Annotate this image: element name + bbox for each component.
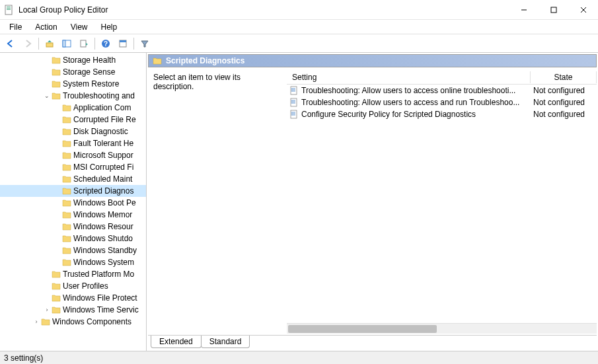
tree-node[interactable]: Scheduled Maint xyxy=(0,173,146,185)
svg-rect-9 xyxy=(46,43,53,47)
setting-name: Configure Security Policy for Scripted D… xyxy=(301,110,531,119)
horizontal-scrollbar[interactable] xyxy=(287,323,597,334)
toolbar-separator xyxy=(94,38,95,50)
setting-state: Not configured xyxy=(531,110,597,119)
setting-name: Troubleshooting: Allow users to access a… xyxy=(301,98,531,107)
menu-view[interactable]: View xyxy=(64,21,94,33)
tree-node[interactable]: Windows File Protect xyxy=(0,292,146,304)
statusbar: 3 setting(s) xyxy=(0,351,598,364)
tree-node[interactable]: Windows Shutdo xyxy=(0,233,146,244)
tree-node[interactable]: ›Windows Components xyxy=(0,316,146,328)
tree-node[interactable]: Storage Health xyxy=(0,54,146,66)
folder-icon xyxy=(52,270,61,278)
setting-row[interactable]: Troubleshooting: Allow users to access o… xyxy=(287,85,597,96)
tree-node-label: Windows Boot Pe xyxy=(73,198,136,207)
back-button[interactable] xyxy=(3,36,19,51)
tree-node[interactable]: Windows System xyxy=(0,256,146,268)
chevron-down-icon[interactable]: ⌄ xyxy=(42,92,52,99)
minimize-button[interactable] xyxy=(509,0,539,20)
content-area: Storage HealthStorage SenseSystem Restor… xyxy=(0,53,598,351)
folder-icon xyxy=(62,139,71,147)
filter-button[interactable] xyxy=(137,36,153,51)
svg-point-21 xyxy=(291,88,292,89)
svg-rect-4 xyxy=(7,9,11,10)
tree-node[interactable]: ›Windows Time Servic xyxy=(0,304,146,316)
tree-node-label: Corrupted File Re xyxy=(73,115,136,124)
tab-extended[interactable]: Extended xyxy=(151,336,202,348)
policy-setting-icon xyxy=(289,98,299,107)
settings-list: Setting State Troubleshooting: Allow use… xyxy=(287,70,597,334)
description-panel: Select an item to view its description. xyxy=(148,70,287,334)
tree-node[interactable]: Windows Resour xyxy=(0,221,146,233)
scrollbar-thumb[interactable] xyxy=(288,325,437,333)
toolbar: ? xyxy=(0,34,598,53)
properties-button[interactable] xyxy=(115,36,131,51)
column-header-setting[interactable]: Setting xyxy=(287,71,531,83)
tree-node-label: Microsoft Suppor xyxy=(73,151,133,160)
setting-state: Not configured xyxy=(531,98,597,107)
folder-icon xyxy=(52,56,61,64)
tree-node[interactable]: Trusted Platform Mo xyxy=(0,268,146,280)
window-title: Local Group Policy Editor xyxy=(19,5,509,15)
menu-help[interactable]: Help xyxy=(94,21,124,33)
tree-node[interactable]: Microsoft Suppor xyxy=(0,149,146,161)
svg-point-36 xyxy=(291,113,292,114)
tree-node[interactable]: System Restore xyxy=(0,78,146,90)
forward-button[interactable] xyxy=(20,36,36,51)
folder-icon xyxy=(41,318,50,326)
tree-node-label: Application Com xyxy=(73,103,131,112)
svg-point-28 xyxy=(291,100,292,100)
folder-icon xyxy=(52,80,61,88)
tab-standard[interactable]: Standard xyxy=(201,336,250,348)
tree-node-label: Windows Standby xyxy=(73,246,137,255)
toolbar-separator xyxy=(38,38,39,50)
policy-setting-icon xyxy=(289,110,299,119)
svg-rect-11 xyxy=(63,40,65,47)
list-header: Setting State xyxy=(287,70,597,85)
close-button[interactable] xyxy=(568,0,598,20)
tree-node[interactable]: Fault Tolerant He xyxy=(0,137,146,149)
tree-node[interactable]: User Profiles xyxy=(0,280,146,292)
tree-node-label: MSI Corrupted Fi xyxy=(73,163,133,172)
column-header-state[interactable]: State xyxy=(531,71,597,83)
folder-icon xyxy=(62,163,71,171)
folder-icon xyxy=(52,282,61,290)
tree-node[interactable]: Windows Memor xyxy=(0,209,146,221)
svg-point-29 xyxy=(291,101,292,102)
tree-node[interactable]: Application Com xyxy=(0,102,146,114)
chevron-right-icon[interactable]: › xyxy=(42,307,52,313)
folder-icon xyxy=(153,57,162,65)
tree-node[interactable]: MSI Corrupted Fi xyxy=(0,161,146,173)
menu-file[interactable]: File xyxy=(3,21,28,33)
tree-node[interactable]: Storage Sense xyxy=(0,66,146,78)
tree-pane[interactable]: Storage HealthStorage SenseSystem Restor… xyxy=(0,53,147,351)
folder-icon xyxy=(62,175,71,183)
app-icon xyxy=(4,5,15,15)
folder-icon xyxy=(62,246,71,254)
list-rows[interactable]: Troubleshooting: Allow users to access o… xyxy=(287,85,597,323)
setting-row[interactable]: Troubleshooting: Allow users to access a… xyxy=(287,96,597,108)
toolbar-separator xyxy=(133,38,134,50)
tree-node-label: Troubleshooting and xyxy=(63,91,135,100)
help-button[interactable]: ? xyxy=(98,36,114,51)
up-button[interactable] xyxy=(42,36,57,51)
svg-point-23 xyxy=(291,91,292,91)
tree-node-label: System Restore xyxy=(63,79,119,89)
tree-node-label: Scheduled Maint xyxy=(73,174,132,184)
tree-node[interactable]: Corrupted File Re xyxy=(0,114,146,126)
folder-icon xyxy=(62,258,71,266)
chevron-right-icon[interactable]: › xyxy=(32,318,41,325)
svg-rect-6 xyxy=(551,7,556,13)
tree-node[interactable]: Windows Boot Pe xyxy=(0,197,146,209)
maximize-button[interactable] xyxy=(539,0,568,20)
menu-action[interactable]: Action xyxy=(28,21,63,33)
tree-node-label: User Profiles xyxy=(63,281,108,291)
export-button[interactable] xyxy=(76,36,92,51)
show-hide-tree-button[interactable] xyxy=(59,36,75,51)
tree-node[interactable]: Disk Diagnostic xyxy=(0,126,146,137)
tree-node[interactable]: Scripted Diagnos xyxy=(0,185,146,197)
setting-row[interactable]: Configure Security Policy for Scripted D… xyxy=(287,108,597,120)
tree-node-label: Trusted Platform Mo xyxy=(63,270,134,279)
tree-node[interactable]: ⌄Troubleshooting and xyxy=(0,90,146,102)
tree-node[interactable]: Windows Standby xyxy=(0,244,146,256)
